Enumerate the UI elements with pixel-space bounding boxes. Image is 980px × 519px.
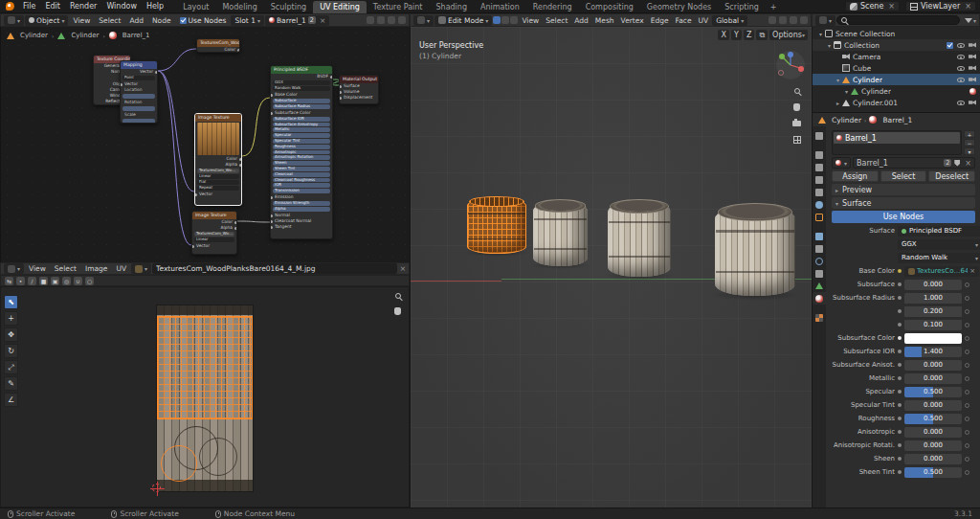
eye-icon[interactable] bbox=[957, 43, 965, 48]
image-name-field[interactable]: TexturesCom_WoodPlanksBare0164_4_M.jpg bbox=[152, 263, 397, 274]
rotate-tool-button[interactable]: ↻ bbox=[4, 344, 18, 358]
node-socket-row[interactable]: Linear bbox=[197, 174, 239, 179]
decorator-dot[interactable] bbox=[965, 350, 969, 354]
slot-specials-menu[interactable]: ▾ bbox=[964, 147, 975, 155]
workspace-tab-uv-editing[interactable]: UV Editing bbox=[313, 1, 367, 13]
node-socket-row[interactable]: Emission bbox=[271, 194, 332, 200]
value-slider[interactable]: 0.000 bbox=[904, 427, 962, 438]
node-socket-row[interactable]: Sheen Tint bbox=[273, 167, 330, 171]
tweak-tool-button[interactable]: ⬉ bbox=[4, 295, 18, 309]
outliner-row-cube[interactable]: Cube bbox=[813, 62, 980, 74]
add-workspace-button[interactable]: + bbox=[766, 1, 782, 13]
editor-type-button[interactable]: ▾ bbox=[815, 15, 835, 26]
edge-select-mode-button[interactable] bbox=[501, 16, 509, 24]
outliner-item-label[interactable]: Cylinder bbox=[853, 76, 882, 84]
node-image-texture-color[interactable]: Image TextureColorAlphaTexturesCom_Wo…Li… bbox=[194, 113, 242, 206]
chevron-down-icon[interactable]: ▾ bbox=[973, 17, 976, 24]
shading-icon[interactable] bbox=[800, 16, 808, 24]
node-socket-row[interactable]: Transmission bbox=[273, 189, 330, 193]
node-socket-row[interactable]: Random Walk bbox=[273, 86, 330, 91]
properties-tab-view-layer[interactable] bbox=[813, 173, 826, 186]
face-select-mode-button[interactable] bbox=[510, 16, 518, 24]
shader-node-editor[interactable]: Texture CoordinateGeneratedNormalUVObjec… bbox=[0, 27, 410, 262]
options-dropdown[interactable]: Options▾ bbox=[769, 30, 808, 40]
node-socket-row[interactable]: Vector bbox=[195, 192, 241, 197]
value-slider[interactable]: 1.000 bbox=[904, 293, 962, 304]
value-slider[interactable]: 0.200 bbox=[904, 306, 962, 317]
node-socket-row[interactable]: Vector bbox=[192, 243, 236, 249]
material-slot-dropdown[interactable]: Slot 1▾ bbox=[231, 15, 264, 26]
node-socket-row[interactable]: Base Color bbox=[271, 92, 332, 98]
fake-user-icon[interactable] bbox=[377, 16, 385, 24]
outliner-row-cylinder-001[interactable]: ▸Cylinder.001 bbox=[813, 97, 980, 108]
workspace-tab-texture-paint[interactable]: Texture Paint bbox=[367, 1, 430, 13]
node-socket-row[interactable]: Repeat bbox=[197, 186, 239, 191]
pan-icon[interactable] bbox=[793, 103, 800, 111]
node-socket-row[interactable] bbox=[122, 94, 155, 99]
menu-window[interactable]: Window bbox=[101, 0, 142, 13]
fake-user-shield-icon[interactable] bbox=[954, 160, 960, 167]
node-socket-row[interactable]: Roughness bbox=[273, 145, 330, 149]
material-datablock-selector[interactable]: Barrel_12× bbox=[265, 15, 329, 26]
viewport-menu-view[interactable]: View bbox=[519, 16, 542, 25]
node-principled-bsdf[interactable]: Principled BSDFBSDFGGXRandom WalkBase Co… bbox=[270, 65, 333, 239]
outliner-row-scene-collection[interactable]: ▾Scene Collection bbox=[813, 28, 980, 39]
value-slider[interactable]: 0.000 bbox=[904, 440, 962, 451]
material-slot-list[interactable]: Barrel_1 bbox=[832, 130, 962, 155]
image-browse-button[interactable]: ▾ bbox=[131, 263, 151, 274]
properties-tab-texture[interactable] bbox=[813, 311, 826, 324]
zoom-icon[interactable] bbox=[395, 293, 401, 299]
render-visibility-icon[interactable] bbox=[969, 65, 976, 71]
menu-render[interactable]: Render bbox=[65, 0, 101, 13]
sss-method-dropdown[interactable]: Random Walk▾ bbox=[898, 253, 980, 263]
render-visibility-icon[interactable] bbox=[969, 42, 976, 48]
node-socket-row[interactable]: Displacement bbox=[340, 95, 378, 101]
properties-tab-render[interactable] bbox=[813, 148, 826, 161]
value-slider[interactable]: 0.500 bbox=[904, 387, 962, 397]
remove-slot-button[interactable]: − bbox=[964, 139, 975, 147]
node-socket-row[interactable]: Clearcoat bbox=[273, 172, 330, 177]
exclude-checkbox[interactable] bbox=[947, 42, 953, 49]
node-socket-row[interactable]: Flat bbox=[197, 180, 239, 185]
uv-texture-image[interactable] bbox=[157, 305, 253, 491]
scale-tool-button[interactable]: ⤢ bbox=[4, 360, 18, 374]
assign-button[interactable]: Assign bbox=[832, 170, 879, 182]
uv-menu-image[interactable]: Image bbox=[81, 264, 112, 273]
node-image-texture-2[interactable]: Image TextureColorAlphaTexturesCom_Wo…Li… bbox=[191, 211, 237, 255]
outliner-row-cylinder[interactable]: ▾Cylinder bbox=[813, 85, 980, 97]
barrel-object[interactable] bbox=[715, 207, 795, 296]
uv-editor-canvas[interactable]: ⬉+✥↻⤢✎∠ bbox=[0, 286, 410, 508]
node-socket-row[interactable]: Vector bbox=[121, 69, 157, 75]
zoom-icon[interactable] bbox=[794, 88, 800, 94]
shader-menu-select[interactable]: Select bbox=[95, 16, 124, 25]
disclosure-triangle-icon[interactable]: ▾ bbox=[816, 31, 825, 37]
node-socket-row[interactable]: Specular Tint bbox=[273, 139, 330, 144]
workspace-tab-shading[interactable]: Shading bbox=[429, 1, 474, 13]
node-socket-row[interactable]: Alpha bbox=[195, 162, 241, 168]
node-title[interactable]: Image Texture bbox=[195, 114, 241, 122]
eye-icon[interactable] bbox=[957, 55, 965, 59]
node-mapping[interactable]: MappingVectorPointVectorLocationRotation… bbox=[120, 60, 158, 124]
node-socket-row[interactable]: Clearcoat Roughness bbox=[273, 178, 330, 183]
pivot-point-button[interactable]: ◎ bbox=[62, 277, 71, 285]
node-socket-row[interactable]: Subsurface Radius bbox=[273, 104, 330, 109]
shader-menu-view[interactable]: View bbox=[69, 16, 94, 25]
transform-orientation-dropdown[interactable]: Global▾ bbox=[712, 15, 747, 26]
mirror-icon[interactable]: ⧉ bbox=[756, 30, 768, 40]
distribution-dropdown[interactable]: GGX▾ bbox=[898, 239, 980, 250]
decorator-dot[interactable] bbox=[965, 443, 969, 448]
node-socket-row[interactable]: GGX bbox=[273, 80, 330, 85]
overlay-icon[interactable] bbox=[398, 16, 406, 24]
node-socket-row[interactable]: TexturesCom_Wo… bbox=[197, 169, 239, 173]
render-visibility-icon[interactable] bbox=[969, 77, 976, 82]
outliner-item-label[interactable]: Cube bbox=[853, 64, 871, 73]
barrel-object-selected[interactable] bbox=[467, 198, 526, 254]
viewlayer-selector[interactable]: ViewLayer× bbox=[905, 1, 976, 11]
decorator-dot[interactable] bbox=[965, 390, 969, 395]
node-socket-row[interactable]: Rotation bbox=[121, 100, 157, 105]
use-nodes-toggle[interactable]: Use Nodes bbox=[176, 15, 231, 26]
node-socket-row[interactable] bbox=[122, 119, 155, 124]
node-socket-row[interactable]: Subsurface Color bbox=[271, 110, 332, 116]
uv-sync-select-button[interactable]: ⇆ bbox=[5, 277, 13, 285]
node-socket-row[interactable]: Anisotropic bbox=[273, 150, 330, 155]
